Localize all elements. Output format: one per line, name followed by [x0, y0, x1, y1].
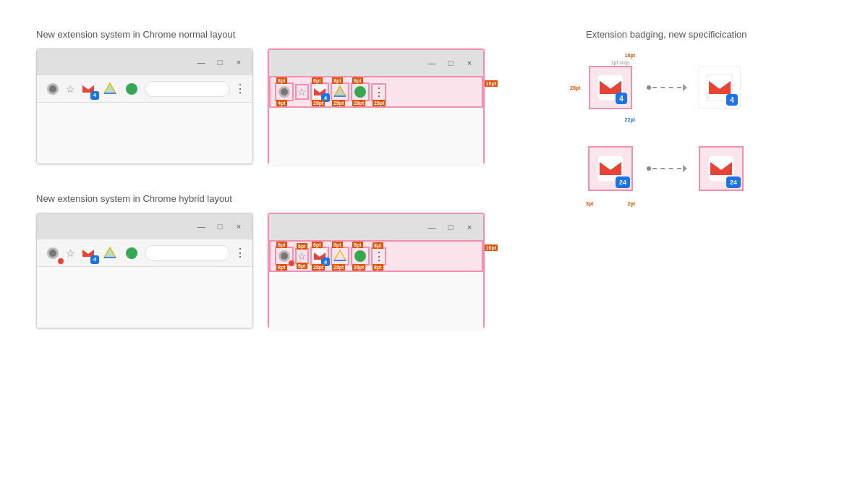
svg-point-15 — [49, 250, 56, 257]
normal-layout-section: New extension system in Chrome normal la… — [36, 29, 571, 171]
ann-gmail-icon-h: 4 6pt 28pt — [310, 247, 329, 265]
svg-point-8 — [281, 88, 288, 95]
ann-star-icon: ☆ — [295, 84, 309, 100]
badge-demo-row-2: 3pt 2pt 24 — [586, 141, 832, 196]
chrome-content-4 — [269, 272, 483, 331]
toolbar-4: 8pt 8pt ☆ 6pt 6pt — [269, 240, 483, 272]
ann-label-8pt-1: 8pt — [276, 77, 287, 84]
hybrid-layout-section: New extension system in Chrome hybrid la… — [36, 193, 571, 336]
arrow-dot-2 — [647, 166, 651, 171]
arrow-line-1 — [652, 87, 681, 88]
arrow-head-1 — [683, 84, 687, 91]
ann-28pt-h2: 28pt — [332, 264, 345, 271]
ann-8pt-h4: 8pt — [332, 242, 343, 248]
arrow-head-2 — [683, 165, 687, 172]
maximize-btn-3[interactable]: □ — [215, 221, 225, 231]
arrow-1 — [647, 84, 687, 91]
ann-green-icon-h: 8pt 28pt — [351, 247, 370, 265]
ext-shadow-icon-hybrid — [44, 244, 61, 262]
ann-label-28pt-4: 28pt — [373, 100, 386, 106]
svg-marker-24 — [334, 250, 346, 260]
svg-point-13 — [354, 86, 366, 98]
ann-label-6pt-h: 6pt — [297, 243, 307, 250]
minimize-btn-2[interactable]: — — [427, 58, 437, 68]
ann-gmail-icon: 4 6pt 28pt — [310, 82, 329, 101]
minimize-btn-4[interactable]: — — [427, 222, 437, 232]
dim-28pt-label: 28pt — [570, 85, 580, 90]
more-menu-icon-1[interactable]: ⋮ — [234, 82, 245, 95]
left-section: New extension system in Chrome normal la… — [36, 29, 571, 336]
maximize-btn-4[interactable]: □ — [446, 222, 456, 232]
titlebar-4: — □ × — [269, 214, 483, 240]
star-icon-ann[interactable]: ☆ — [297, 86, 307, 98]
ann-shadow-icon-h: 8pt 8pt — [275, 247, 294, 265]
ann-shadow-icon: 8pt 4pt — [275, 82, 294, 101]
ann-8pt-h6: 8pt — [373, 242, 383, 249]
chrome-content-2 — [269, 108, 483, 167]
chrome-window-hybrid-annotated: — □ × 8pt 8pt — [268, 213, 485, 328]
close-btn-3[interactable]: × — [234, 221, 244, 231]
ann-label-8pt-h2: 8pt — [276, 264, 287, 271]
hybrid-layout-title: New extension system in Chrome hybrid la… — [36, 193, 571, 204]
dots-icon-ann-h[interactable]: ⋮ — [373, 250, 384, 263]
close-btn-4[interactable]: × — [464, 222, 475, 232]
titlebar-2: — □ × — [269, 50, 483, 76]
star-icon-ann-h[interactable]: ☆ — [297, 250, 307, 262]
omnibox-1[interactable] — [145, 81, 230, 97]
jot-crop-label: 1pt crop — [611, 60, 629, 65]
maximize-btn-2[interactable]: □ — [446, 58, 456, 68]
badging-title: Extension badging, new specificication — [586, 29, 832, 40]
minimize-btn-3[interactable]: — — [196, 221, 206, 231]
close-btn-1[interactable]: × — [234, 57, 244, 67]
gmail-icon-hybrid: 4 — [80, 244, 97, 262]
svg-marker-11 — [334, 86, 346, 96]
badge-before-box-2: 24 — [588, 146, 633, 191]
svg-point-22 — [281, 252, 288, 260]
page-container: New extension system in Chrome normal la… — [0, 0, 868, 365]
ann-label-8pt-3: 8pt — [352, 77, 363, 84]
hybrid-layout-row: — □ × ☆ 4 — [36, 213, 571, 336]
toolbar-2: 8pt 4pt ☆ 4 6pt — [269, 76, 483, 108]
ann-drive-icon: 8pt 28pt — [331, 82, 349, 101]
ann-label-4pt-1: 4pt — [276, 100, 287, 106]
svg-point-1 — [49, 85, 56, 93]
more-menu-icon-hybrid[interactable]: ⋮ — [234, 246, 245, 260]
titlebar-1: — □ × — [37, 49, 252, 75]
ann-6pt-h3: 6pt — [312, 242, 323, 248]
badge-small-1: 4 — [616, 93, 627, 104]
ann-dots-icon-h: ⋮ 8pt 8pt — [371, 247, 386, 265]
ann-dots-icon: ⋮ 28pt — [371, 83, 386, 101]
dim-2pt-label: 2pt — [628, 201, 636, 206]
ann-star-icon-h: ☆ 6pt 6pt — [295, 248, 309, 264]
ann-label-8pt-h1: 8pt — [276, 242, 287, 248]
chrome-content-1 — [37, 103, 252, 163]
close-btn-2[interactable]: × — [464, 58, 475, 68]
ann-8pt-h7: 8pt — [373, 264, 383, 271]
svg-point-6 — [126, 83, 137, 95]
ann-label-6pt-h2: 6pt — [297, 263, 307, 269]
right-section: Extension badging, new specificication 1… — [586, 29, 832, 336]
ann-label-28pt-1: 28pt — [312, 100, 325, 106]
ann-label-8pt-2: 8pt — [332, 77, 343, 84]
maximize-btn-1[interactable]: □ — [215, 57, 225, 67]
bookmark-star-icon[interactable]: ☆ — [66, 83, 75, 95]
badge-before-2-wrapper: 3pt 2pt 24 — [586, 141, 635, 196]
omnibox-hybrid[interactable] — [145, 245, 230, 261]
arrow-2 — [647, 165, 687, 172]
ann-28pt-h3: 28pt — [352, 264, 365, 271]
ann-label-6pt: 6pt — [312, 77, 323, 84]
badge-after-small-1: 4 — [726, 94, 738, 106]
minimize-btn-1[interactable]: — — [196, 57, 206, 67]
ann-green-icon: 8pt 28pt — [351, 82, 370, 101]
dim-22pt-label: 22pt — [625, 117, 635, 122]
toolbar-1: ☆ 4 — [37, 75, 252, 103]
bookmark-star-icon-hybrid[interactable]: ☆ — [66, 247, 75, 259]
dots-icon-ann[interactable]: ⋮ — [373, 85, 384, 99]
badge-before-1-wrapper: 16pt 28pt 22pt 4 1pt crop — [586, 63, 635, 112]
badge-large-1: 24 — [616, 177, 630, 188]
shadow-badge-hybrid — [58, 258, 64, 264]
gmail-badge-hybrid: 4 — [90, 255, 99, 264]
dim-3pt-label-1: 3pt — [586, 201, 594, 206]
ann-label-16pt-1: 16pt — [485, 80, 498, 87]
chrome-window-normal-clean: — □ × ☆ 4 — [36, 48, 253, 164]
